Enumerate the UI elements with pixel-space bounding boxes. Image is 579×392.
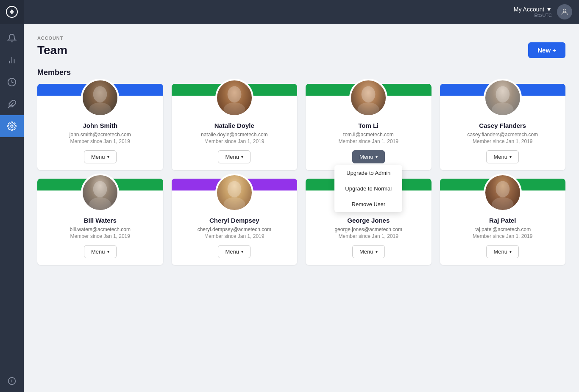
- svg-point-13: [227, 86, 241, 102]
- avatar: [81, 174, 119, 212]
- svg-point-20: [89, 197, 111, 210]
- breadcrumb: ACCOUNT: [37, 36, 565, 41]
- member-since: Member since Jan 1, 2019: [445, 138, 561, 144]
- member-email: raj.patel@acmetech.com: [445, 226, 561, 232]
- chevron-down-icon: ▾: [241, 155, 243, 159]
- member-info: John Smith john.smith@acmetech.com Membe…: [37, 122, 163, 170]
- member-card-tom-li: ADMIN Tom Li tom.li@acmetech.com Member …: [306, 84, 431, 170]
- avatar-wrap: [172, 174, 298, 212]
- sidebar-item-integrations[interactable]: [0, 93, 24, 115]
- menu-button[interactable]: Menu ▾: [486, 150, 519, 163]
- member-info: Tom Li tom.li@acmetech.com Member since …: [306, 122, 431, 170]
- avatar-wrap: [172, 79, 298, 117]
- member-card-raj-patel: ADMIN Raj Patel raj.patel@acmetech.com M…: [440, 179, 566, 265]
- menu-button[interactable]: Menu ▾: [218, 150, 251, 163]
- app-logo[interactable]: [0, 0, 24, 24]
- menu-button[interactable]: Menu ▾: [84, 245, 117, 258]
- member-info: Bill Waters bill.waters@acmetech.com Mem…: [37, 217, 163, 265]
- member-name: Cheryl Dempsey: [177, 217, 292, 224]
- avatar: [215, 174, 253, 212]
- menu-dropdown-wrap: Menu ▾: [352, 245, 385, 258]
- new-button[interactable]: New +: [528, 42, 565, 58]
- menu-dropdown-wrap: Menu ▾: [84, 245, 117, 258]
- svg-point-7: [11, 125, 13, 127]
- avatar-wrap: [37, 174, 163, 212]
- account-menu[interactable]: My Account ▼ Etc/UTC: [514, 4, 572, 19]
- member-email: george.jones@acmetech.com: [311, 226, 426, 232]
- sidebar-item-settings[interactable]: [0, 115, 24, 137]
- menu-dropdown-wrap: Menu ▾: [486, 150, 519, 163]
- menu-dropdown-wrap: Menu ▾: [84, 150, 117, 163]
- sidebar-item-clock[interactable]: [0, 71, 24, 93]
- member-card-cheryl-dempsey: READ-ONLY Cheryl Dempsey cheryl.dempsey@…: [172, 179, 298, 265]
- dropdown-item-upgrade-admin[interactable]: Upgrade to Admin: [334, 165, 402, 181]
- menu-button[interactable]: Menu ▾: [486, 245, 519, 258]
- page-title: Team: [37, 44, 67, 57]
- member-since: Member since Jan 1, 2019: [42, 138, 158, 144]
- avatar: [484, 79, 522, 117]
- member-email: bill.waters@acmetech.com: [42, 226, 158, 232]
- account-name: My Account ▼: [514, 6, 552, 13]
- svg-point-16: [358, 102, 379, 115]
- svg-point-12: [89, 102, 111, 115]
- menu-button[interactable]: Menu ▾: [84, 150, 117, 163]
- menu-dropdown-wrap: Menu ▾ Upgrade to Admin Upgrade to Norma…: [352, 150, 385, 163]
- svg-point-25: [495, 181, 509, 197]
- member-card-john-smith: NORMAL John Smith john.smith@acmetech.co…: [37, 84, 163, 170]
- member-name: Natalie Doyle: [177, 122, 292, 129]
- chevron-down-icon: ▾: [376, 155, 378, 159]
- chevron-down-icon: ▾: [509, 249, 512, 254]
- menu-button[interactable]: Menu ▾: [352, 245, 385, 258]
- svg-point-18: [492, 102, 513, 115]
- chevron-down-icon: ▾: [107, 249, 109, 254]
- svg-point-14: [223, 102, 245, 115]
- svg-point-17: [495, 86, 509, 102]
- member-since: Member since Jan 1, 2019: [177, 138, 292, 144]
- sidebar-help[interactable]: [0, 370, 24, 392]
- member-since: Member since Jan 1, 2019: [445, 233, 561, 239]
- svg-point-22: [223, 197, 245, 210]
- chevron-down-icon: ▾: [376, 249, 378, 254]
- member-name: John Smith: [42, 122, 158, 129]
- member-email: casey.flanders@acmetech.com: [445, 132, 561, 138]
- svg-point-15: [362, 86, 376, 102]
- sidebar-item-notifications[interactable]: [0, 27, 24, 49]
- menu-button[interactable]: Menu ▾: [352, 150, 385, 163]
- avatar-wrap: [440, 174, 566, 212]
- member-info: Casey Flanders casey.flanders@acmetech.c…: [440, 122, 566, 170]
- chevron-down-icon: ▾: [107, 155, 109, 159]
- member-name: Bill Waters: [42, 217, 158, 224]
- avatar-wrap: [440, 79, 566, 117]
- member-since: Member since Jan 1, 2019: [42, 233, 158, 239]
- member-email: john.smith@acmetech.com: [42, 132, 158, 138]
- member-email: tom.li@acmetech.com: [311, 132, 426, 138]
- avatar[interactable]: [557, 4, 572, 19]
- menu-button[interactable]: Menu ▾: [218, 245, 251, 258]
- menu-dropdown-wrap: Menu ▾: [486, 245, 519, 258]
- member-card-natalie-doyle: OWNER Natalie Doyle natalie.doyle@acmete…: [172, 84, 298, 170]
- chevron-down-icon: ▾: [241, 249, 243, 254]
- account-info: My Account ▼ Etc/UTC: [514, 6, 552, 18]
- avatar-wrap: [37, 79, 163, 117]
- member-since: Member since Jan 1, 2019: [311, 138, 426, 144]
- svg-point-21: [227, 181, 241, 197]
- member-name: Raj Patel: [445, 217, 561, 224]
- avatar: [215, 79, 253, 117]
- page-header: Team New +: [37, 42, 565, 58]
- avatar: [349, 79, 387, 117]
- avatar: [484, 174, 522, 212]
- dropdown-menu: Upgrade to Admin Upgrade to Normal Remov…: [334, 165, 402, 212]
- menu-dropdown-wrap: Menu ▾: [218, 150, 251, 163]
- svg-point-11: [93, 86, 107, 102]
- dropdown-item-upgrade-normal[interactable]: Upgrade to Normal: [334, 181, 402, 196]
- avatar-wrap: [306, 79, 431, 117]
- member-name: Tom Li: [311, 122, 426, 129]
- dropdown-item-remove-user[interactable]: Remove User: [334, 196, 402, 212]
- sidebar-item-analytics[interactable]: [0, 49, 24, 71]
- svg-point-10: [563, 9, 566, 12]
- member-email: cheryl.dempsey@acmetech.com: [177, 226, 292, 232]
- member-info: George Jones george.jones@acmetech.com M…: [306, 217, 431, 265]
- main-content: My Account ▼ Etc/UTC ACCOUNT Team New + …: [24, 0, 579, 392]
- member-card-casey-flanders: NORMAL Casey Flanders casey.flanders@acm…: [440, 84, 566, 170]
- member-info: Cheryl Dempsey cheryl.dempsey@acmetech.c…: [172, 217, 298, 265]
